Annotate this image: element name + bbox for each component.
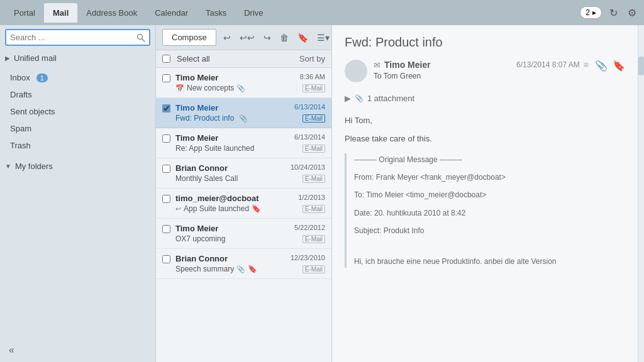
sender-row: ✉ Timo Meier 6/13/2014 8:07 AM ≡ — [374, 60, 589, 70]
list-item[interactable]: Timo Meier 6/13/2014 Fwd: Product info 📎… — [156, 98, 331, 128]
email-checkbox[interactable] — [162, 225, 170, 233]
email-tag: E-Mail — [303, 205, 325, 213]
email-subject: Fwd: Product info — [175, 114, 234, 123]
email-subject-row: OX7 upcoming E-Mail — [175, 234, 325, 243]
collapse-sidebar-button[interactable]: « — [5, 343, 18, 357]
sender-avatar — [345, 60, 367, 82]
tab-addressbook[interactable]: Address Book — [77, 3, 146, 23]
notification-badge[interactable]: 2 ▸ — [580, 6, 602, 19]
right-scrollbar[interactable] — [638, 25, 644, 362]
email-subject-row: 📅 New concepts 📎 E-Mail — [175, 84, 325, 92]
folder-drafts[interactable]: Drafts — [0, 86, 155, 103]
to-name: Tom Green — [384, 72, 421, 80]
inbox-badge: 1 — [36, 74, 48, 82]
attachment-icon: 📎 — [236, 84, 245, 92]
attachment-toggle[interactable]: ▶ — [345, 94, 351, 103]
attachment-detail-icon[interactable]: 📎 — [595, 60, 608, 72]
search-button[interactable] — [136, 33, 145, 42]
list-item[interactable]: Brian Connor 12/23/2010 Speech summary 📎… — [156, 249, 331, 279]
calendar-icon: 📅 — [175, 84, 184, 92]
email-date: 5/22/2012 — [294, 224, 325, 233]
email-subject: OX7 upcoming — [175, 234, 225, 243]
email-detail-meta: ✉ Timo Meier 6/13/2014 8:07 AM ≡ To Tom … — [374, 60, 589, 80]
email-item-content: Timo Meier 8:36 AM 📅 New concepts 📎 E-Ma… — [175, 73, 325, 92]
chevron-right-icon: ▶ — [5, 55, 10, 62]
email-checkbox[interactable] — [162, 134, 170, 143]
tab-tasks[interactable]: Tasks — [197, 3, 235, 23]
tab-mail[interactable]: Mail — [44, 3, 77, 23]
list-item[interactable]: Brian Connor 10/24/2013 Monthly Sales Ca… — [156, 158, 331, 189]
email-detail-header: ✉ Timo Meier 6/13/2014 8:07 AM ≡ To Tom … — [345, 60, 625, 82]
sort-by-label[interactable]: Sort by — [299, 54, 325, 63]
detail-actions: 📎 🔖 — [595, 60, 625, 72]
email-subject-row: ↩ App Suite launched 🔖 E-Mail — [175, 204, 325, 213]
select-all-label: Select all — [177, 54, 210, 63]
email-item-header: Brian Connor 12/23/2010 — [175, 254, 325, 263]
delete-icon[interactable]: 🗑 — [278, 31, 291, 45]
email-item-content: Brian Connor 12/23/2010 Speech summary 📎… — [175, 254, 325, 273]
top-navigation: Portal Mail Address Book Calendar Tasks … — [0, 0, 644, 25]
reply-all-icon[interactable]: ↩↩ — [238, 31, 257, 45]
attachment-count-icon: 📎 — [355, 94, 364, 102]
email-subject-row: Re: App Suite launched E-Mail — [175, 144, 325, 153]
settings-button[interactable]: ⚙ — [625, 4, 639, 21]
email-item-header: Timo Meier 6/13/2014 — [175, 103, 325, 112]
email-checkbox[interactable] — [162, 104, 170, 112]
email-subject-row: Monthly Sales Call E-Mail — [175, 174, 325, 183]
bookmark-detail-icon[interactable]: 🔖 — [613, 60, 625, 72]
list-item[interactable]: Timo Meier 5/22/2012 OX7 upcoming E-Mail — [156, 219, 331, 249]
my-folders-header[interactable]: ▼ My folders — [0, 156, 155, 173]
email-sender: timo_meier@docboat — [175, 194, 259, 203]
folder-trash[interactable]: Trash — [0, 137, 155, 154]
select-all-checkbox[interactable] — [162, 55, 170, 63]
original-body: Hi, ich brauche eine neue Produktinfo. a… — [354, 255, 625, 268]
compose-button[interactable]: Compose — [162, 29, 216, 46]
my-folders-label: My folders — [15, 162, 53, 171]
attachment-count: 1 attachment — [367, 94, 414, 103]
scroll-thumb[interactable] — [638, 57, 644, 75]
envelope-icon: ✉ — [374, 60, 380, 70]
reply-icon[interactable]: ↩ — [221, 31, 233, 45]
list-item[interactable]: timo_meier@docboat 1/2/2013 ↩ App Suite … — [156, 189, 331, 219]
list-item[interactable]: Timo Meier 6/13/2014 Re: App Suite launc… — [156, 128, 331, 158]
folder-inbox[interactable]: Inbox 1 — [0, 69, 155, 86]
email-detail-title: Fwd: Product info — [345, 35, 625, 50]
email-list-panel: Compose ↩ ↩↩ ↪ 🗑 🔖 ☰▾ View Select all So… — [156, 25, 332, 362]
nav-right-actions: 2 ▸ ↻ ⚙ — [580, 4, 639, 21]
folder-label-drafts: Drafts — [10, 90, 32, 99]
email-sender: Timo Meier — [175, 73, 218, 82]
folder-spam[interactable]: Spam — [0, 120, 155, 137]
email-date: 8:36 AM — [300, 73, 325, 82]
email-checkbox[interactable] — [162, 74, 170, 82]
sender-date: 6/13/2014 8:07 AM — [516, 60, 580, 69]
tab-calendar[interactable]: Calendar — [146, 3, 197, 23]
email-subject-row: Speech summary 📎 🔖 E-Mail — [175, 265, 325, 273]
email-item-content: timo_meier@docboat 1/2/2013 ↩ App Suite … — [175, 194, 325, 213]
search-input[interactable] — [10, 33, 136, 42]
email-sender: Timo Meier — [175, 224, 218, 233]
sidebar-bottom: « — [0, 338, 155, 362]
unified-mail-item[interactable]: ▶ Unified mail — [0, 50, 155, 67]
email-subject: Monthly Sales Call — [175, 174, 238, 183]
email-checkbox[interactable] — [162, 165, 170, 173]
email-menu-icon[interactable]: ≡ — [584, 60, 589, 70]
more-options-icon[interactable]: ☰▾ — [315, 31, 331, 45]
tab-portal[interactable]: Portal — [5, 3, 44, 23]
tab-drive[interactable]: Drive — [235, 3, 272, 23]
email-date: 6/13/2014 — [294, 133, 325, 143]
email-checkbox[interactable] — [162, 255, 170, 263]
email-checkbox[interactable] — [162, 195, 170, 203]
email-items: Timo Meier 8:36 AM 📅 New concepts 📎 E-Ma… — [156, 68, 331, 362]
forward-icon[interactable]: ↪ — [262, 31, 273, 45]
list-item[interactable]: Timo Meier 8:36 AM 📅 New concepts 📎 E-Ma… — [156, 68, 331, 98]
email-to-row: To Tom Green — [374, 72, 589, 80]
unified-mail-label: Unified mail — [14, 53, 57, 63]
email-tag: E-Mail — [303, 84, 325, 92]
refresh-button[interactable]: ↻ — [607, 4, 620, 21]
folder-list: Inbox 1 Drafts Sent objects Spam Trash — [0, 67, 155, 156]
original-to: To: Timo Meier <timo_meier@docboat> — [354, 189, 625, 201]
email-sender: Brian Connor — [175, 163, 228, 173]
bookmark-toolbar-icon[interactable]: 🔖 — [296, 31, 310, 45]
folder-sent[interactable]: Sent objects — [0, 103, 155, 120]
folder-label-trash: Trash — [10, 141, 31, 150]
